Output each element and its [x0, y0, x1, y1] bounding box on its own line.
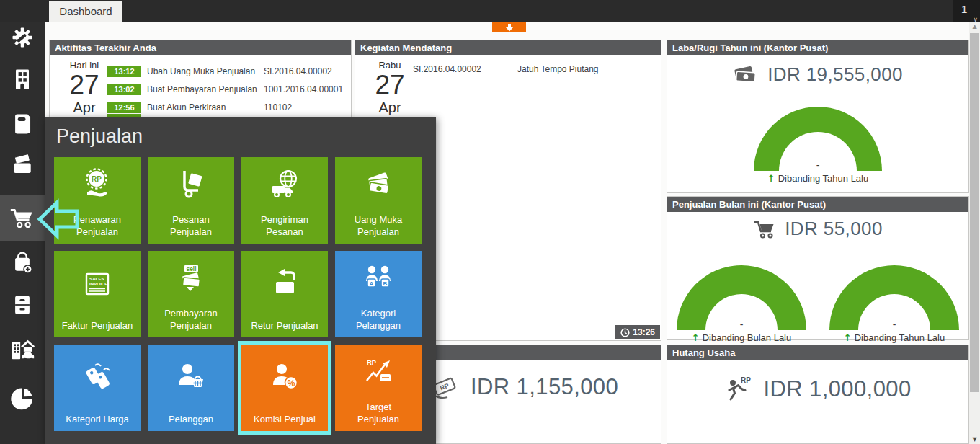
date-label: Rabu [368, 60, 411, 71]
date-month: Apr [368, 99, 411, 115]
event-desc: Jatuh Tempo Piutang [517, 64, 599, 74]
rp-badge-hand-icon: RP [80, 168, 115, 203]
window-count-badge[interactable]: 1 ∨ [953, 0, 980, 22]
sidebar-item-cash-bank[interactable] [0, 150, 45, 182]
up-arrow-icon: ↑ [767, 173, 775, 184]
tile-target-penjualan[interactable]: RP Target Penjualan [335, 345, 422, 431]
tile-label: Kategori Pelanggan [338, 308, 419, 332]
price-tags-icon [80, 361, 115, 396]
flyout-title: Penjualan [56, 125, 143, 148]
tab-dashboard[interactable]: Dashboard [49, 1, 122, 22]
tile-kategori-pelanggan[interactable]: A B Kategori Pelanggan [335, 251, 422, 337]
cart-icon [753, 220, 776, 239]
banknotes-fan-icon [361, 168, 396, 203]
gauge-value: - [677, 319, 806, 330]
gauge-value: - [829, 319, 959, 330]
vertical-scrollbar: ▲ ▼ [969, 22, 980, 444]
gauge-value: - [754, 159, 882, 171]
tile-label: Pesanan Penjualan [151, 214, 231, 239]
sidebar-item-general-ledger[interactable] [0, 108, 45, 140]
dashboard-pulldown-button[interactable] [492, 22, 526, 32]
tile-label: Faktur Penjualan [57, 320, 138, 332]
event-row[interactable]: SI.2016.04.00002 Jatuh Tempo Piutang [413, 64, 599, 74]
scroll-down-arrow[interactable]: ▼ [969, 436, 980, 443]
event-ref: SI.2016.04.00002 [413, 64, 517, 74]
svg-text:A: A [370, 280, 374, 287]
tile-pelanggan[interactable]: Pelanggan [148, 345, 234, 431]
svg-text:RP: RP [367, 358, 377, 366]
gauge-caption: Dibanding Bulan Lalu [703, 332, 792, 343]
date-day: 27 [63, 71, 106, 99]
monthly-sales-gauge: - [829, 265, 959, 330]
date-month: Apr [63, 99, 106, 115]
activity-row[interactable]: 13:02 Buat Pembayaran Penjualan 1001.201… [107, 80, 347, 98]
tile-label: Komisi Penjual [244, 414, 325, 426]
panel-payables: Hutang Usaha RP IDR 1,000,000 [667, 345, 969, 444]
chevron-down-icon: ∨ [973, 16, 978, 23]
wallet-cash-icon [9, 153, 35, 179]
panel-header: Laba/Rugi Tahun ini (Kantor Pusat) [667, 40, 968, 56]
tile-label: Kategori Harga [57, 414, 138, 426]
tile-komisi-penjual[interactable]: % Komisi Penjual [241, 345, 328, 431]
sidebar-item-purchases[interactable] [0, 247, 45, 279]
globe-truck-icon [267, 168, 302, 203]
tile-kategori-harga[interactable]: Kategori Harga [54, 345, 141, 431]
clock-icon [620, 328, 630, 337]
sales-flyout-menu: Penjualan RP Penawaran Penjualan Pesanan… [45, 117, 436, 444]
svg-text:SALES: SALES [89, 276, 104, 281]
tile-uang-muka-penjualan[interactable]: Uang Muka Penjualan [335, 157, 422, 244]
sales-target-icon: RP [361, 355, 396, 390]
receivables-value: IDR 1,155,000 [471, 374, 618, 400]
event-date: Rabu 27 Apr [368, 60, 411, 115]
activity-row[interactable]: 13:12 Ubah Uang Muka Penjualan SI.2016.0… [107, 62, 347, 80]
activity-row[interactable]: 12:56 Buat Akun Perkiraan 110102 [107, 98, 347, 116]
up-arrow-icon: ↑ [844, 332, 852, 343]
sidebar-item-company[interactable] [0, 63, 45, 95]
drawer-cabinet-icon [9, 292, 35, 318]
banknotes-icon [733, 66, 759, 84]
building-house-car-icon [9, 336, 36, 363]
scroll-up-arrow[interactable]: ▲ [969, 23, 980, 30]
customer-basket-icon [174, 361, 208, 396]
tile-faktur-penjualan[interactable]: SALES INVOICE Faktur Penjualan [54, 251, 141, 337]
panel-header: Hutang Usaha [667, 345, 968, 360]
svg-text:RP: RP [92, 175, 102, 183]
panel-monthly-sales: Penjualan Bulan ini (Kantor Pusat) IDR 5… [667, 196, 969, 340]
panel-header: Penjualan Bulan ini (Kantor Pusat) [667, 197, 968, 212]
tile-label: Retur Penjualan [244, 320, 325, 332]
building-icon [9, 66, 35, 92]
svg-text:sell: sell [186, 265, 196, 272]
activity-time-chip: 13:02 [107, 84, 141, 95]
tutorial-arrow-highlight [37, 197, 79, 241]
activity-time-chip: 12:56 [107, 102, 141, 113]
panel-header: Aktifitas Terakhir Anda [50, 40, 351, 56]
activity-ref: 1001.2016.04.00001 [264, 84, 343, 94]
tile-label: Pembayaran Penjualan [151, 308, 231, 332]
scroll-thumb[interactable] [970, 33, 979, 392]
tile-pengiriman-pesanan[interactable]: Pengiriman Pesanan [241, 157, 328, 244]
shopping-bag-plus-icon [9, 250, 35, 276]
salesman-percent-icon: % [267, 361, 302, 396]
tile-retur-penjualan[interactable]: Retur Penjualan [241, 251, 328, 337]
date-label: Hari ini [63, 60, 106, 71]
sidebar-item-fixed-assets[interactable] [0, 334, 45, 365]
sidebar-item-settings[interactable] [0, 22, 45, 53]
activity-ref: 110102 [264, 102, 292, 112]
gear-wrench-icon [9, 25, 35, 50]
flyout-tile-grid: RP Penawaran Penjualan Pesanan Penjualan [54, 157, 422, 431]
sidebar-item-reports[interactable] [0, 383, 45, 414]
time-badge: 13:26 [615, 325, 660, 339]
svg-text:INVOICE: INVOICE [89, 281, 107, 286]
return-box-icon [267, 267, 302, 302]
svg-text:B: B [383, 280, 388, 287]
sidebar-item-inventory[interactable] [0, 289, 45, 321]
date-day: 27 [368, 71, 411, 99]
payables-value: IDR 1,000,000 [763, 376, 911, 402]
monthly-sales-value: IDR 55,000 [785, 218, 883, 240]
tile-pesanan-penjualan[interactable]: Pesanan Penjualan [148, 157, 234, 244]
tile-pembayaran-penjualan[interactable]: sell Pembayaran Penjualan [148, 251, 234, 337]
activity-list: 13:12 Ubah Uang Muka Penjualan SI.2016.0… [107, 62, 347, 116]
sell-tag-icon: sell [174, 262, 208, 296]
window-count: 1 [961, 3, 967, 15]
gauge-caption: Dibanding Tahun Lalu [855, 332, 945, 343]
